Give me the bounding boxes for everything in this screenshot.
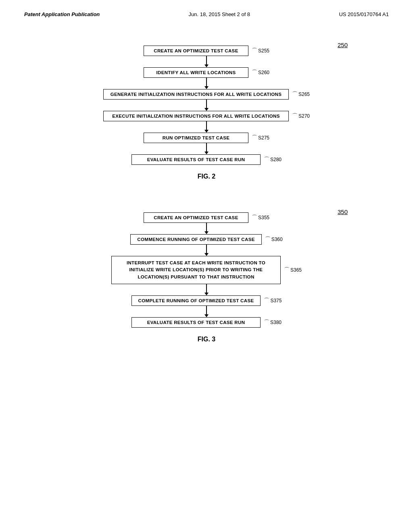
fig2-flowchart: CREATE AN OPTIMIZED TEST CASE S255 IDENT…	[65, 42, 348, 165]
fig2-label-s275: S275	[252, 134, 269, 141]
arrow-8	[206, 284, 207, 295]
fig3-box-s365: INTERRUPT TEST CASE AT EACH WRITE INSTRU…	[111, 256, 281, 284]
header-center: Jun. 18, 2015 Sheet 2 of 8	[189, 11, 250, 17]
fig3-label-s375: S375	[264, 297, 282, 304]
fig2-label-s270: S270	[292, 112, 310, 120]
header-left: Patent Application Publication	[24, 11, 100, 17]
fig3-box-s375: COMPLETE RUNNING OF OPTIMIZED TEST CASE	[131, 295, 261, 306]
fig3-wrapper: 350 CREATE AN OPTIMIZED TEST CASE S355 C…	[65, 208, 348, 359]
fig2-box-s265: GENERATE INITIALIZATION INSTRUCTIONS FOR…	[103, 89, 289, 100]
fig2-box-s280: EVALUATE RESULTS OF TEST CASE RUN	[131, 154, 261, 165]
publication-label: Patent Application Publication	[24, 11, 100, 17]
fig2-step-s260: IDENTIFY ALL WRITE LOCATIONS S260	[144, 67, 269, 78]
fig3-label-s355: S355	[252, 214, 269, 221]
arrow-2	[206, 78, 207, 89]
arrow-6	[206, 223, 207, 234]
fig3-step-s360: COMMENCE RUNNING OF OPTIMIZED TEST CASE …	[130, 234, 282, 245]
fig2-step-s265: GENERATE INITIALIZATION INSTRUCTIONS FOR…	[103, 89, 310, 100]
fig2-step-s255: CREATE AN OPTIMIZED TEST CASE S255	[144, 46, 269, 56]
fig3-box-s355: CREATE AN OPTIMIZED TEST CASE	[144, 212, 248, 223]
fig2-label-s265: S265	[292, 91, 310, 98]
date-sheet-label: Jun. 18, 2015 Sheet 2 of 8	[189, 11, 250, 17]
fig3-step-s355: CREATE AN OPTIMIZED TEST CASE S355	[144, 212, 269, 223]
fig3-reference-number: 350	[338, 208, 348, 215]
fig2-step-s275: RUN OPTIMIZED TEST CASE S275	[144, 133, 269, 143]
fig2-box-s255: CREATE AN OPTIMIZED TEST CASE	[144, 46, 248, 56]
arrow-9	[206, 306, 207, 317]
arrow-4	[206, 121, 207, 133]
fig2-step-s280: EVALUATE RESULTS OF TEST CASE RUN S280	[131, 154, 282, 165]
fig3-box-s380: EVALUATE RESULTS OF TEST CASE RUN	[131, 317, 261, 328]
arrow-3	[206, 100, 207, 111]
fig2-box-s270: EXECUTE INITIALIZATION INSTRUCTIONS FOR …	[103, 111, 289, 121]
fig2-label-s255: S255	[252, 47, 269, 54]
fig2-label-s260: S260	[252, 69, 269, 76]
fig3-label-s365: S365	[284, 266, 302, 274]
fig2-step-s270: EXECUTE INITIALIZATION INSTRUCTIONS FOR …	[103, 111, 310, 121]
fig2-caption: FIG. 2	[65, 173, 348, 180]
header-right: US 2015/0170764 A1	[339, 11, 389, 17]
arrow-5	[206, 143, 207, 154]
arrow-1	[206, 56, 207, 67]
fig3-box-s360: COMMENCE RUNNING OF OPTIMIZED TEST CASE	[130, 234, 261, 245]
fig3-caption: FIG. 3	[65, 336, 348, 343]
fig3-label-s380: S380	[264, 319, 282, 326]
fig3-step-s375: COMPLETE RUNNING OF OPTIMIZED TEST CASE …	[131, 295, 282, 306]
page-header: Patent Application Publication Jun. 18, …	[0, 0, 413, 17]
diagrams-container: 250 CREATE AN OPTIMIZED TEST CASE S255 I…	[0, 17, 413, 371]
fig3-step-s365: INTERRUPT TEST CASE AT EACH WRITE INSTRU…	[111, 256, 302, 284]
fig2-wrapper: 250 CREATE AN OPTIMIZED TEST CASE S255 I…	[65, 42, 348, 196]
fig2-reference-number: 250	[338, 42, 348, 48]
fig2-box-s275: RUN OPTIMIZED TEST CASE	[144, 133, 248, 143]
fig3-flowchart: CREATE AN OPTIMIZED TEST CASE S355 COMME…	[65, 208, 348, 328]
patent-number-label: US 2015/0170764 A1	[339, 11, 389, 17]
fig2-label-s280: S280	[264, 156, 282, 163]
arrow-7	[206, 245, 207, 256]
fig3-label-s360: S360	[265, 236, 283, 243]
fig3-step-s380: EVALUATE RESULTS OF TEST CASE RUN S380	[131, 317, 282, 328]
fig2-box-s260: IDENTIFY ALL WRITE LOCATIONS	[144, 67, 248, 78]
